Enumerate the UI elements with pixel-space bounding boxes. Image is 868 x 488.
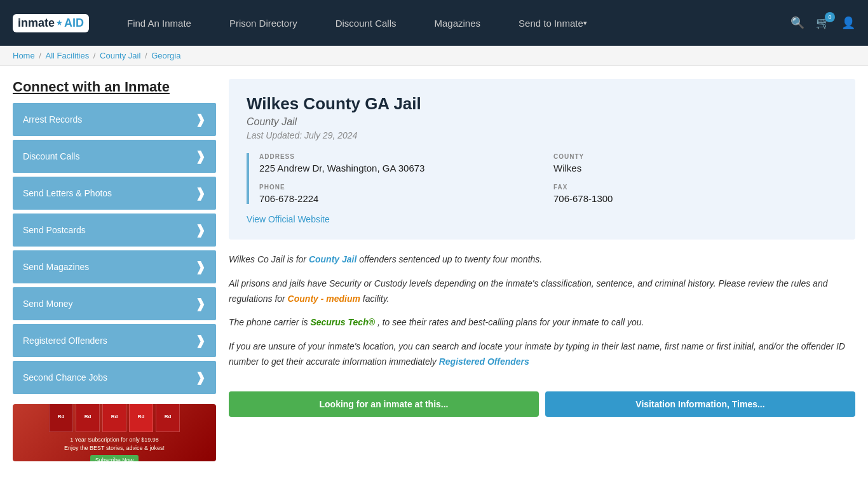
sidebar-item-discount-calls[interactable]: Discount Calls ❱ [13, 140, 216, 173]
sidebar-item-letters-photos[interactable]: Send Letters & Photos ❱ [13, 177, 216, 210]
chevron-right-icon: ❱ [195, 186, 206, 201]
search-icon[interactable]: 🔍 [790, 16, 804, 30]
visitation-info-button[interactable]: Visitation Information, Times... [545, 391, 855, 417]
phone-label: PHONE [259, 184, 543, 191]
desc-3-before: The phone carrier is [229, 317, 310, 327]
user-icon[interactable]: 👤 [841, 16, 855, 30]
sidebar-item-arrest-records[interactable]: Arrest Records ❱ [13, 103, 216, 136]
rd-thumb-4: Rd [129, 404, 153, 432]
desc-1-before: Wilkes Co Jail is for [229, 254, 309, 264]
bottom-buttons: Looking for an inmate at this... Visitat… [229, 391, 855, 417]
ad-text-line1: 1 Year Subscription for only $19.98 [70, 436, 159, 444]
breadcrumb-georgia[interactable]: Georgia [151, 51, 180, 60]
main-container: Connect with an Inmate Arrest Records ❱ … [0, 66, 868, 474]
sidebar-item-magazines[interactable]: Send Magazines ❱ [13, 250, 216, 283]
breadcrumb-home[interactable]: Home [13, 51, 35, 60]
nav-prison-directory[interactable]: Prison Directory [210, 0, 316, 46]
rd-thumb-2: Rd [76, 404, 100, 432]
sidebar-item-label: Arrest Records [23, 114, 82, 125]
logo-area[interactable]: inmate ★ AID [13, 14, 89, 32]
logo-star: ★ [56, 18, 63, 27]
ad-subscribe-button[interactable]: Subscribe Now [90, 455, 139, 461]
ad-thumbnails: Rd Rd Rd Rd Rd [49, 404, 180, 432]
description-block: Wilkes Co Jail is for County Jail offend… [229, 252, 855, 385]
rd-thumb-3: Rd [102, 404, 126, 432]
sidebar-item-second-chance-jobs[interactable]: Second Chance Jobs ❱ [13, 361, 216, 394]
fax-value: 706-678-1300 [553, 193, 837, 204]
sidebar-item-label: Discount Calls [23, 151, 79, 161]
desc-4-before: If you are unsure of your inmate's locat… [229, 341, 845, 367]
desc-para-4: If you are unsure of your inmate's locat… [229, 339, 855, 370]
desc-1-after: offenders sentenced up to twenty four mo… [359, 254, 542, 264]
facility-name: Wilkes County GA Jail [247, 94, 837, 114]
county-value: Wilkes [553, 163, 837, 173]
chevron-right-icon: ❱ [195, 333, 206, 348]
registered-offenders-link[interactable]: Registered Offenders [439, 356, 529, 367]
desc-para-2: All prisons and jails have Security or C… [229, 276, 855, 307]
cart-badge: 0 [825, 12, 835, 22]
breadcrumb-sep-3: / [145, 51, 149, 60]
nav-send-to-inmate[interactable]: Send to Inmate [499, 0, 606, 46]
facility-updated: Last Updated: July 29, 2024 [247, 130, 837, 140]
phone-block: PHONE 706-678-2224 [259, 184, 543, 204]
chevron-right-icon: ❱ [195, 259, 206, 274]
sidebar-item-label: Send Magazines [23, 262, 89, 272]
looking-for-inmate-button[interactable]: Looking for an inmate at this... [229, 391, 539, 417]
logo-inmate: inmate [18, 17, 55, 30]
sidebar-item-label: Second Chance Jobs [23, 372, 107, 383]
fax-label: FAX [553, 184, 837, 191]
phone-value: 706-678-2224 [259, 193, 543, 204]
nav-magazines[interactable]: Magazines [416, 0, 500, 46]
fax-block: FAX 706-678-1300 [553, 184, 837, 204]
address-label: ADDRESS [259, 153, 543, 160]
ad-text-line2: Enjoy the BEST stories, advice & jokes! [64, 444, 165, 452]
nav-find-inmate[interactable]: Find An Inmate [108, 0, 210, 46]
county-jail-link[interactable]: County Jail [309, 254, 356, 264]
logo-box: inmate ★ AID [13, 14, 89, 32]
ad-banner[interactable]: Rd Rd Rd Rd Rd 1 Year Subscription for o… [13, 404, 216, 461]
chevron-right-icon: ❱ [195, 222, 206, 238]
facility-type: County Jail [247, 116, 837, 128]
rd-thumb-5: Rd [156, 404, 180, 432]
sidebar-item-registered-offenders[interactable]: Registered Offenders ❱ [13, 324, 216, 357]
desc-2-after: facility. [363, 294, 390, 304]
breadcrumb-all-facilities[interactable]: All Facilities [46, 51, 90, 60]
header-icons: 🔍 🛒 0 👤 [790, 16, 855, 30]
county-label: COUNTY [553, 153, 837, 160]
facility-card: Wilkes County GA Jail County Jail Last U… [229, 79, 855, 240]
breadcrumb: Home / All Facilities / County Jail / Ge… [13, 51, 855, 60]
breadcrumb-sep-2: / [93, 51, 98, 60]
sidebar-item-label: Registered Offenders [23, 336, 107, 346]
main-content: Wilkes County GA Jail County Jail Last U… [229, 79, 855, 461]
county-medium-link[interactable]: County - medium [288, 294, 360, 304]
breadcrumb-bar: Home / All Facilities / County Jail / Ge… [0, 46, 868, 66]
facility-info-grid: ADDRESS 225 Andrew Dr, Washington, GA 30… [247, 153, 837, 204]
chevron-right-icon: ❱ [195, 112, 206, 127]
rd-thumb-1: Rd [49, 404, 73, 432]
main-nav: Find An Inmate Prison Directory Discount… [108, 0, 784, 46]
sidebar-item-label: Send Postcards [23, 225, 86, 235]
sidebar: Connect with an Inmate Arrest Records ❱ … [13, 79, 216, 461]
breadcrumb-county-jail[interactable]: County Jail [100, 51, 140, 60]
official-website-link[interactable]: View Official Website [247, 214, 330, 224]
desc-para-1: Wilkes Co Jail is for County Jail offend… [229, 252, 855, 268]
sidebar-title: Connect with an Inmate [13, 79, 216, 95]
sidebar-item-label: Send Letters & Photos [23, 188, 112, 198]
county-block: COUNTY Wilkes [553, 153, 837, 173]
sidebar-item-money[interactable]: Send Money ❱ [13, 287, 216, 320]
sidebar-item-label: Send Money [23, 299, 73, 309]
desc-3-after: , to see their rates and best-calling pl… [377, 317, 644, 327]
sidebar-item-postcards[interactable]: Send Postcards ❱ [13, 214, 216, 247]
chevron-right-icon: ❱ [195, 370, 206, 385]
address-value: 225 Andrew Dr, Washington, GA 30673 [259, 163, 543, 173]
desc-para-3: The phone carrier is Securus Tech® , to … [229, 315, 855, 330]
chevron-right-icon: ❱ [195, 296, 206, 311]
chevron-right-icon: ❱ [195, 149, 206, 164]
nav-discount-calls[interactable]: Discount Calls [316, 0, 416, 46]
header: inmate ★ AID Find An Inmate Prison Direc… [0, 0, 868, 46]
address-block: ADDRESS 225 Andrew Dr, Washington, GA 30… [259, 153, 543, 173]
securus-link[interactable]: Securus Tech® [310, 317, 375, 327]
breadcrumb-sep-1: / [39, 51, 43, 60]
logo-aid: AID [64, 17, 84, 30]
cart-icon[interactable]: 🛒 0 [816, 16, 830, 30]
